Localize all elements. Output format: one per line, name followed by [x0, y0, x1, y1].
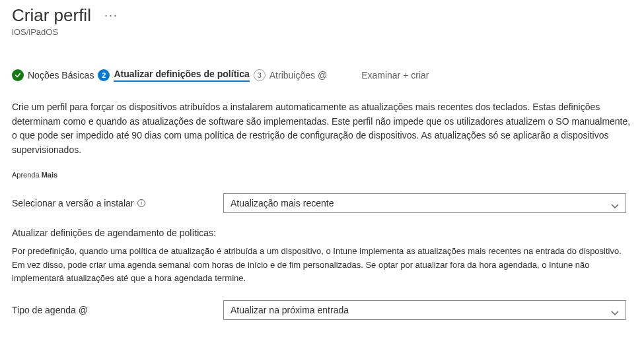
select-value: Atualização mais recente	[231, 198, 334, 208]
info-icon[interactable]: i	[137, 199, 145, 207]
page-title: Criar perfil	[12, 5, 91, 26]
chevron-down-icon	[611, 201, 619, 206]
schedule-type-label: Tipo de agenda @	[12, 305, 223, 315]
learn-more-link[interactable]: Aprenda Mais	[12, 171, 632, 179]
check-icon	[12, 69, 24, 81]
label-text: Selecionar a versão a instalar	[12, 198, 133, 208]
chevron-down-icon	[611, 307, 619, 313]
step-label: Atualizar definições de política	[114, 69, 249, 82]
learn-more-text-a: Aprenda	[12, 171, 40, 179]
version-select-label: Selecionar a versão a instalar i	[12, 198, 223, 208]
step-update-policy[interactable]: 2 Atualizar definições de política	[98, 69, 249, 82]
more-icon[interactable]: ···	[104, 9, 118, 22]
step-review-create[interactable]: Examinar + criar	[361, 70, 429, 80]
schedule-type-select[interactable]: Atualizar na próxima entrada	[223, 300, 626, 320]
step-number-icon: 2	[98, 69, 110, 81]
learn-more-text-b: Mais	[42, 171, 57, 179]
policy-description: Crie um perfil para forçar os dispositiv…	[12, 100, 632, 158]
schedule-heading: Atualizar definições de agendamento de p…	[12, 228, 632, 238]
step-label: Atribuições @	[269, 70, 327, 80]
step-label: Examinar + criar	[361, 70, 429, 80]
step-number-icon: 3	[254, 69, 266, 81]
version-select-row: Selecionar a versão a instalar i Atualiz…	[12, 193, 632, 213]
stepper: Noções Básicas 2 Atualizar definições de…	[12, 69, 632, 82]
version-select[interactable]: Atualização mais recente	[223, 193, 626, 213]
step-label: Noções Básicas	[28, 70, 94, 80]
label-text: Tipo de agenda @	[12, 305, 88, 315]
page-subtitle: iOS/iPadOS	[12, 27, 632, 37]
schedule-description: Por predefinição, quando uma política de…	[12, 245, 632, 286]
step-basics[interactable]: Noções Básicas	[12, 69, 94, 81]
step-assignments[interactable]: 3 Atribuições @	[254, 69, 327, 81]
select-value: Atualizar na próxima entrada	[231, 305, 349, 315]
schedule-type-row: Tipo de agenda @ Atualizar na próxima en…	[12, 300, 632, 320]
